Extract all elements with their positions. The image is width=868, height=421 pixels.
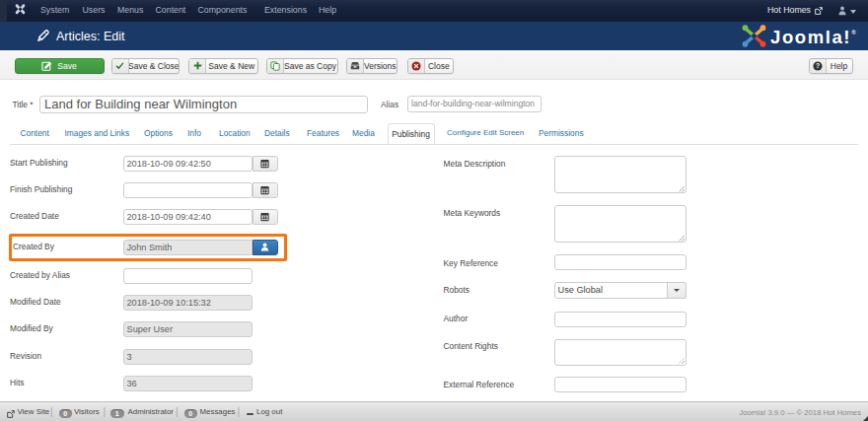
svg-text:?: ? (815, 62, 819, 69)
